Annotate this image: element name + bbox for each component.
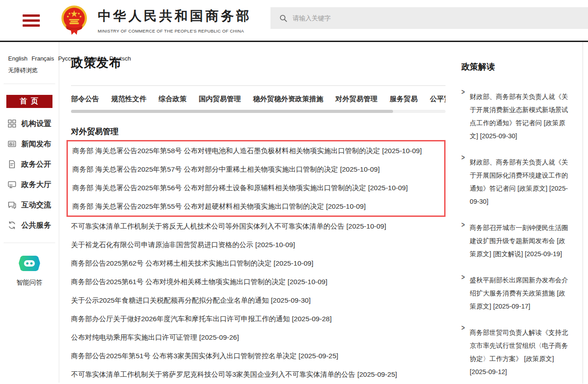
smart-qa-robot-icon xyxy=(19,255,40,272)
document-icon xyxy=(8,160,16,169)
smart-qa-entry[interactable]: 智能问答 xyxy=(0,255,59,287)
policy-item[interactable]: 关于公示2025年食糖进口关税配额再分配拟分配企业名单的通知 [2025-09-… xyxy=(71,291,446,309)
aside-item[interactable]: >财政部、商务部有关负责人就《关于开展消费新业态新模式新场景试点工作的通知》答记… xyxy=(461,90,572,143)
aside-item-text: 商务部召开城市一刻钟便民生活圈建设扩围升级专题新闻发布会 [政策原文] [图文解… xyxy=(470,221,572,261)
chevron-right-icon: > xyxy=(461,150,465,215)
site-brand: 中华人民共和国商务部 MINISTRY OF COMMERCE OF THE P… xyxy=(98,7,251,33)
site-title: 中华人民共和国商务部 xyxy=(98,7,251,25)
sidebar-item-1[interactable]: 机构设置 xyxy=(0,113,59,134)
language-link[interactable]: Français xyxy=(32,55,54,62)
aside-list: >财政部、商务部有关负责人就《关于开展消费新业态新模式新场景试点工作的通知》答记… xyxy=(461,90,572,384)
sidebar-item-6[interactable]: 公共服务 xyxy=(0,215,59,235)
sidebar-divider xyxy=(4,84,55,84)
policy-item[interactable]: 关于裕龙石化有限公司申请原油非国营贸易进口资格的公示 [2025-10-09] xyxy=(71,235,446,254)
search-input[interactable] xyxy=(293,14,588,22)
policy-list: 商务部 海关总署公告2025年第58号 公布对锂电池和人造石墨负极材料相关物项实… xyxy=(71,140,446,384)
sidebar-item-label: 政务公开 xyxy=(21,159,51,169)
sidebar-item-label: 新闻发布 xyxy=(21,139,51,149)
header: 中华人民共和国商务部 MINISTRY OF COMMERCE OF THE P… xyxy=(0,0,588,42)
aside-item[interactable]: >盛秋平副部长出席国新办发布会介绍扩大服务消费有关政策措施 [政策原文] [20… xyxy=(461,274,572,313)
page-title: 政策发布 xyxy=(71,55,446,71)
tab-1[interactable]: 部令公告 xyxy=(71,94,99,104)
chevron-right-icon: > xyxy=(461,320,465,384)
aside-item-text: 财政部、商务部有关负责人就《关于开展国际化消费环境建设工作的通知》答记者问 [政… xyxy=(470,156,572,208)
sidebar-nav: 机构设置新闻发布政务公开政务大厅互动交流公共服务 xyxy=(0,113,59,235)
chevron-right-icon: > xyxy=(461,269,465,318)
sidebar-item-label: 公共服务 xyxy=(21,220,51,230)
main-column: 政策发布 部令公告规范性文件综合政策国内贸易管理稳外贸稳外资政策措施对外贸易管理… xyxy=(59,42,446,383)
menu-hamburger-icon[interactable] xyxy=(23,12,40,29)
title-divider xyxy=(71,85,446,86)
search-icon xyxy=(280,14,287,22)
aside-item[interactable]: >财政部、商务部有关负责人就《关于开展国际化消费环境建设工作的通知》答记者问 [… xyxy=(461,156,572,208)
aside-title: 政策解读 xyxy=(461,61,572,72)
page-right-border xyxy=(583,42,583,384)
highlighted-items-box: 商务部 海关总署公告2025年第58号 公布对锂电池和人造石墨负极材料相关物项实… xyxy=(66,140,446,217)
policy-item[interactable]: 商务部公告2025第61号 公布对境外相关稀土物项实施出口管制的决定 [2025… xyxy=(71,272,446,291)
tab-7[interactable]: 服务贸易 xyxy=(390,94,418,104)
chevron-right-icon: > xyxy=(461,216,465,266)
sidebar-divider xyxy=(4,243,55,243)
sidebar-item-3[interactable]: 政务公开 xyxy=(0,154,59,174)
chat-icon xyxy=(8,201,16,209)
sidebar-item-label: 互动交流 xyxy=(21,200,51,210)
policy-item[interactable]: 商务部办公厅关于做好2026年度汽车和摩托车出口许可申报工作的通知 [2025-… xyxy=(71,309,446,328)
service-hall-icon xyxy=(8,180,16,189)
national-emblem-logo[interactable] xyxy=(61,5,88,36)
policy-item[interactable]: 不可靠实体清单工作机制关于将萨罗尼克科技公司等3家美国企业列入不可靠实体清单的公… xyxy=(71,365,446,384)
home-button[interactable]: 首 页 xyxy=(6,95,52,108)
org-grid-icon xyxy=(8,119,16,128)
section-title: 对外贸易管理 xyxy=(71,126,446,137)
sidebar-item-label: 政务大厅 xyxy=(21,180,51,190)
aside-item-text: 盛秋平副部长出席国新办发布会介绍扩大服务消费有关政策措施 [政策原文] [202… xyxy=(470,274,572,313)
policy-interpretation-aside: 政策解读 >财政部、商务部有关负责人就《关于开展消费新业态新模式新场景试点工作的… xyxy=(461,42,572,383)
tabs-scrollbar-thumb[interactable] xyxy=(71,110,393,113)
tabs-scrollbar[interactable] xyxy=(71,110,446,113)
sidebar-item-4[interactable]: 政务大厅 xyxy=(0,174,59,195)
aside-item-text: 商务部世贸司负责人解读《支持北京市率先试行世贸组织〈电子商务协定〉工作方案》 [… xyxy=(470,326,572,379)
news-icon xyxy=(8,140,16,148)
policy-item[interactable]: 不可靠实体清单工作机制关于将反无人机技术公司等外国实体列入不可靠实体清单的公告 … xyxy=(71,217,446,235)
policy-item[interactable]: 公布对纯电动乘用车实施出口许可证管理 [2025-09-26] xyxy=(71,328,446,347)
policy-item[interactable]: 商务部 海关总署公告2025年第55号 公布对超硬材料相关物项实施出口管制的决定… xyxy=(72,197,444,215)
smart-qa-label: 智能问答 xyxy=(0,278,59,287)
aside-item-text: 财政部、商务部有关负责人就《关于开展消费新业态新模式新场景试点工作的通知》答记者… xyxy=(470,90,572,143)
language-switcher: EnglishFrançaisРусскийEspañolDeutsch xyxy=(0,53,55,65)
tab-4[interactable]: 国内贸易管理 xyxy=(199,94,241,104)
sidebar-item-5[interactable]: 互动交流 xyxy=(0,195,59,215)
policy-item[interactable]: 商务部公告2025第62号 公布对稀土相关技术实施出口管制的决定 [2025-1… xyxy=(71,254,446,272)
policy-item[interactable]: 商务部公告2025年第51号 公布将3家美国实体列入出口管制管控名单决定 [20… xyxy=(71,347,446,365)
sidebar-item-2[interactable]: 新闻发布 xyxy=(0,134,59,154)
accessibility-link[interactable]: 无障碍浏览 xyxy=(0,65,59,76)
tab-2[interactable]: 规范性文件 xyxy=(111,94,147,104)
category-tabs: 部令公告规范性文件综合政策国内贸易管理稳外贸稳外资政策措施对外贸易管理服务贸易公… xyxy=(71,94,446,104)
search-bar[interactable] xyxy=(270,7,588,29)
policy-items: 不可靠实体清单工作机制关于将反无人机技术公司等外国实体列入不可靠实体清单的公告 … xyxy=(71,217,446,384)
aside-item[interactable]: >商务部世贸司负责人解读《支持北京市率先试行世贸组织〈电子商务协定〉工作方案》 … xyxy=(461,326,572,379)
tab-8[interactable]: 公平贸易 xyxy=(430,94,446,104)
site-subtitle: MINISTRY OF COMMERCE OF THE PEOPLE'S REP… xyxy=(98,28,251,33)
tab-6[interactable]: 对外贸易管理 xyxy=(336,94,378,104)
policy-item[interactable]: 商务部 海关总署公告2025年第56号 公布对部分稀土设备和原辅料相关物项实施出… xyxy=(72,178,444,197)
public-service-icon xyxy=(8,221,16,229)
tab-5[interactable]: 稳外贸稳外资政策措施 xyxy=(253,94,323,104)
policy-item[interactable]: 商务部 海关总署公告2025年第57号 公布对部分中重稀土相关物项实施出口管制的… xyxy=(72,160,444,178)
left-sidebar: EnglishFrançaisРусскийEspañolDeutsch 无障碍… xyxy=(0,42,59,383)
tab-3[interactable]: 综合政策 xyxy=(159,94,187,104)
language-link[interactable]: English xyxy=(8,55,28,62)
policy-item[interactable]: 商务部 海关总署公告2025年第58号 公布对锂电池和人造石墨负极材料相关物项实… xyxy=(72,141,444,160)
aside-item[interactable]: >商务部召开城市一刻钟便民生活圈建设扩围升级专题新闻发布会 [政策原文] [图文… xyxy=(461,221,572,261)
page-content: EnglishFrançaisРусскийEspañolDeutsch 无障碍… xyxy=(0,42,588,383)
chevron-right-icon: > xyxy=(461,84,465,150)
sidebar-item-label: 机构设置 xyxy=(21,119,51,129)
